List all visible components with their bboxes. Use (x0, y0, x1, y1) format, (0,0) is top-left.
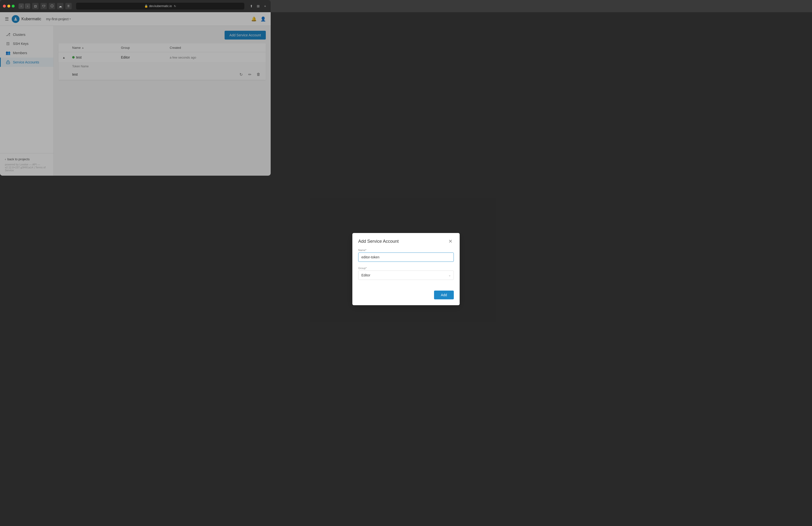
maximize-window-button[interactable] (12, 5, 15, 8)
new-tab-icon[interactable]: ⊞ (256, 3, 261, 9)
browser-nav-buttons: ‹ › (18, 3, 30, 9)
refresh-icon: ↻ (174, 5, 176, 8)
shield-icon[interactable]: 🛡 (41, 3, 47, 9)
modal-overlay[interactable]: Add Service Account ✕ Name* Group* Edito… (0, 12, 271, 176)
back-button[interactable]: ‹ (18, 3, 24, 9)
forward-button[interactable]: › (25, 3, 30, 9)
address-bar[interactable]: 🔒 dev.kubermatic.io ↻ (76, 3, 244, 10)
window-right-icons: ⬆ ⊞ + (249, 3, 268, 9)
window-chrome: ‹ › ⊡ 🛡 ⓘ ☁ ⠿ 🔒 dev.kubermatic.io ↻ ⬆ ⊞ … (0, 0, 271, 12)
lock-icon: 🔒 (144, 4, 148, 8)
grid-icon[interactable]: ⠿ (66, 3, 72, 9)
cloud-icon[interactable]: ☁ (57, 3, 63, 9)
url-text: dev.kubermatic.io (149, 4, 172, 8)
info-icon[interactable]: ⓘ (49, 3, 55, 9)
traffic-lights (3, 5, 15, 8)
share-icon[interactable]: ⬆ (249, 3, 254, 9)
minimize-window-button[interactable] (7, 5, 10, 8)
add-tab-icon[interactable]: + (262, 3, 268, 9)
reading-view-icon[interactable]: ⊡ (32, 3, 39, 9)
close-window-button[interactable] (3, 5, 6, 8)
